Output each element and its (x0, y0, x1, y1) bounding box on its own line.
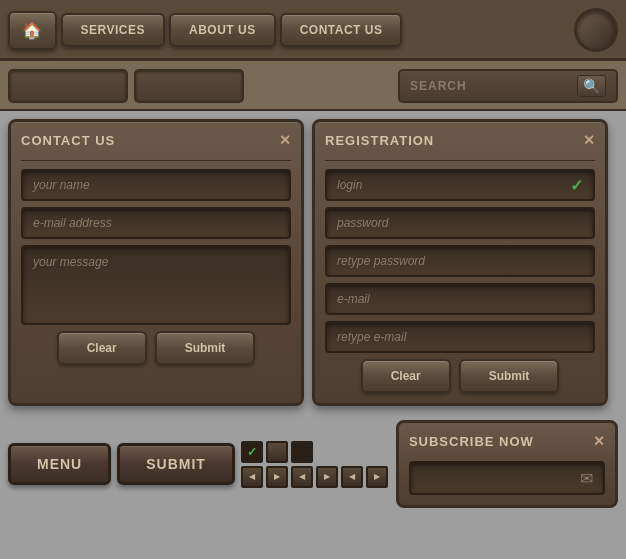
contact-submit-button[interactable]: Submit (155, 331, 256, 365)
login-placeholder: login (337, 178, 362, 192)
search-icon[interactable]: 🔍 (577, 75, 606, 97)
arrow-right-2-icon[interactable]: ▶ (316, 466, 338, 488)
home-button[interactable]: 🏠 (8, 11, 57, 50)
square-icon[interactable] (266, 441, 288, 463)
login-check-icon: ✓ (570, 176, 583, 195)
registration-submit-button[interactable]: Submit (459, 359, 560, 393)
ui-rect-2 (134, 69, 244, 103)
retype-password-placeholder: retype password (337, 254, 425, 268)
contact-title: CONTACT US (21, 133, 115, 148)
subscribe-email-field[interactable]: ✉ (409, 461, 605, 495)
contact-message-field[interactable]: your message (21, 245, 291, 325)
registration-button-row: Clear Submit (325, 359, 595, 393)
arrow-right-1-icon[interactable]: ▶ (266, 466, 288, 488)
about-button[interactable]: ABOUT US (169, 13, 276, 47)
registration-clear-button[interactable]: Clear (361, 359, 451, 393)
contact-divider (21, 160, 291, 161)
contact-panel: CONTACT US ✕ your name e-mail address yo… (8, 119, 304, 406)
filled-square-icon[interactable] (291, 441, 313, 463)
subscribe-panel-header: SUBSCRIBE NOW ✕ (409, 433, 605, 453)
bottom-bar: MENU SUBMIT ✓ ◀ ▶ ◀ ▶ ◀ ▶ SUBSCRIBE N (0, 414, 626, 516)
contact-panel-header: CONTACT US ✕ (21, 132, 291, 152)
checkbox-icon[interactable]: ✓ (241, 441, 263, 463)
icon-row-1: ✓ (241, 441, 388, 463)
contact-nav-button[interactable]: CONTACT US (280, 13, 403, 47)
services-button[interactable]: SERVICES (61, 13, 165, 47)
password-placeholder: password (337, 216, 388, 230)
password-field[interactable]: password (325, 207, 595, 239)
reg-email-placeholder: e-mail (337, 292, 370, 306)
reg-email-field[interactable]: e-mail (325, 283, 595, 315)
message-placeholder: your message (33, 255, 108, 269)
contact-close-button[interactable]: ✕ (279, 132, 291, 148)
contact-clear-button[interactable]: Clear (57, 331, 147, 365)
registration-panel: REGISTRATION ✕ login ✓ password retype p… (312, 119, 608, 406)
menu-button[interactable]: MENU (8, 443, 111, 485)
ui-rect-1 (8, 69, 128, 103)
search-box[interactable]: SEARCH 🔍 (398, 69, 618, 103)
name-placeholder: your name (33, 178, 90, 192)
checkmark: ✓ (247, 445, 257, 459)
registration-divider (325, 160, 595, 161)
subscribe-title: SUBSCRIBE NOW (409, 434, 534, 449)
arrow-left-2-icon[interactable]: ◀ (291, 466, 313, 488)
subscribe-panel: SUBSCRIBE NOW ✕ ✉ (396, 420, 618, 508)
registration-close-button[interactable]: ✕ (583, 132, 595, 148)
secondary-toolbar: SEARCH 🔍 (0, 61, 626, 111)
arrow-left-1-icon[interactable]: ◀ (241, 466, 263, 488)
main-content: CONTACT US ✕ your name e-mail address yo… (0, 111, 626, 414)
login-field[interactable]: login ✓ (325, 169, 595, 201)
registration-panel-header: REGISTRATION ✕ (325, 132, 595, 152)
retype-email-field[interactable]: retype e-mail (325, 321, 595, 353)
arrow-right-3-icon[interactable]: ▶ (366, 466, 388, 488)
bottom-submit-button[interactable]: SUBMIT (117, 443, 235, 485)
retype-password-field[interactable]: retype password (325, 245, 595, 277)
subscribe-close-button[interactable]: ✕ (593, 433, 605, 449)
bottom-left-controls: MENU SUBMIT ✓ ◀ ▶ ◀ ▶ ◀ ▶ (8, 441, 388, 488)
contact-email-field[interactable]: e-mail address (21, 207, 291, 239)
search-area: SEARCH 🔍 (398, 69, 618, 103)
registration-title: REGISTRATION (325, 133, 434, 148)
contact-name-field[interactable]: your name (21, 169, 291, 201)
retype-email-placeholder: retype e-mail (337, 330, 406, 344)
email-icon: ✉ (580, 469, 593, 488)
icon-group-left: ✓ ◀ ▶ ◀ ▶ ◀ ▶ (241, 441, 388, 488)
search-label: SEARCH (410, 79, 569, 93)
contact-button-row: Clear Submit (21, 331, 291, 365)
top-navigation: 🏠 SERVICES ABOUT US CONTACT US (0, 0, 626, 61)
email-placeholder: e-mail address (33, 216, 112, 230)
nav-circle-decoration (574, 8, 618, 52)
arrow-left-3-icon[interactable]: ◀ (341, 466, 363, 488)
icon-row-2: ◀ ▶ ◀ ▶ ◀ ▶ (241, 466, 388, 488)
